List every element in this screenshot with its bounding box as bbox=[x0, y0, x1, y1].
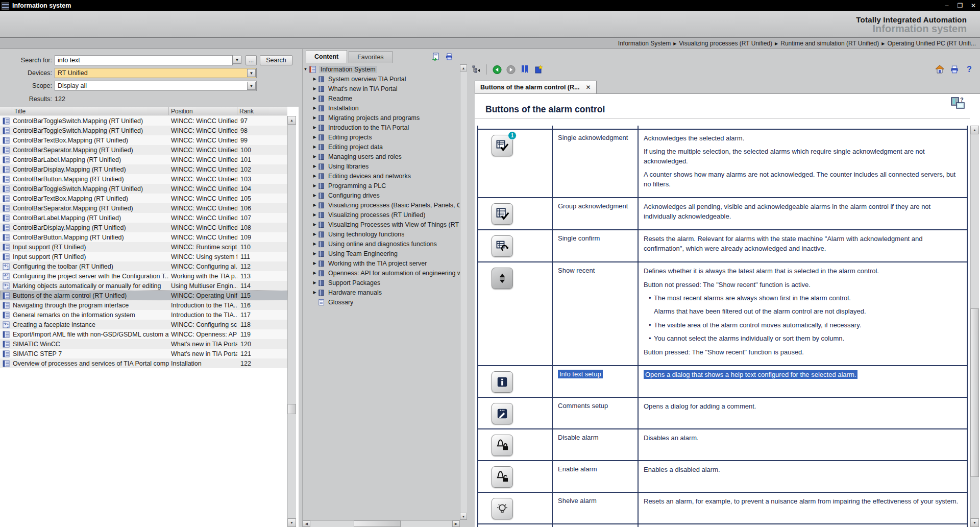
contextual-help-icon[interactable]: ? bbox=[950, 97, 966, 110]
search-result-row[interactable]: ControlBarToggleSwitch.Mapping (RT Unifi… bbox=[0, 126, 287, 135]
help-icon[interactable]: ? bbox=[965, 65, 974, 74]
single-confirm-button[interactable] bbox=[492, 235, 513, 257]
content-scroll-down-icon[interactable]: ▼ bbox=[970, 518, 979, 527]
tree-scrollbar[interactable] bbox=[460, 64, 467, 520]
position-column-header[interactable]: Position bbox=[169, 107, 237, 115]
close-button[interactable]: ✕ bbox=[967, 0, 980, 11]
search-result-row[interactable]: 1.2.Configuring the toolbar (RT Unified)… bbox=[0, 261, 287, 271]
expand-arrow-icon[interactable]: ▶ bbox=[312, 212, 317, 217]
search-result-row[interactable]: ControlBarDisplay.Mapping (RT Unified)WI… bbox=[0, 223, 287, 232]
search-result-row[interactable]: Input support (RT Unified)WINCC: Using s… bbox=[0, 252, 287, 261]
enable-alarm-button[interactable] bbox=[492, 466, 513, 488]
tree-item[interactable]: ▶Using online and diagnostics functions bbox=[312, 239, 460, 249]
rank-column-header[interactable]: Rank bbox=[237, 107, 287, 115]
expand-arrow-icon[interactable]: ▶ bbox=[312, 135, 317, 139]
results-scrollbar[interactable] bbox=[287, 116, 296, 527]
search-result-row[interactable]: Export/Import AML file with non-GSD/GSDM… bbox=[0, 329, 287, 339]
search-result-row[interactable]: ControlBarButton.Mapping (RT Unified)WIN… bbox=[0, 174, 287, 184]
tree-item[interactable]: ▶Using technology functions bbox=[312, 229, 460, 239]
expand-arrow-icon[interactable]: ▶ bbox=[312, 280, 317, 285]
tree-item[interactable]: ▶Openness: API for automation of enginee… bbox=[312, 268, 460, 278]
tab-close-icon[interactable]: ✕ bbox=[585, 84, 591, 91]
home-icon[interactable] bbox=[935, 65, 944, 74]
results-scroll-down-icon[interactable]: ▼ bbox=[287, 518, 296, 527]
tree-item[interactable]: ▶Editing projects bbox=[312, 132, 460, 142]
tree-item[interactable]: ▶Hardware manuals bbox=[312, 288, 460, 297]
results-scroll-thumb[interactable] bbox=[287, 404, 296, 414]
content-scroll-up-icon[interactable]: ▲ bbox=[970, 126, 979, 134]
expand-arrow-icon[interactable]: ▶ bbox=[312, 242, 317, 246]
content-scroll-thumb[interactable] bbox=[970, 308, 979, 477]
expand-arrow-icon[interactable]: ▶ bbox=[312, 232, 317, 236]
tab-favorites[interactable]: Favorites bbox=[349, 51, 392, 63]
expand-arrow-icon[interactable]: ▶ bbox=[312, 154, 317, 159]
forward-icon[interactable] bbox=[506, 65, 516, 74]
breadcrumb-link[interactable]: Information System bbox=[618, 40, 671, 47]
tree-item[interactable]: ▶Programming a PLC bbox=[312, 181, 460, 190]
shelve-alarm-button[interactable] bbox=[492, 498, 513, 519]
search-result-row[interactable]: ControlBarToggleSwitch.Mapping (RT Unifi… bbox=[0, 184, 287, 194]
search-result-row[interactable]: ControlBarLabel.Mapping (RT Unified)WINC… bbox=[0, 213, 287, 223]
tree-item[interactable]: ▶Visualizing processes (Basic Panels, Pa… bbox=[312, 200, 460, 210]
search-result-row[interactable]: ControlBarToggleSwitch.Mapping (RT Unifi… bbox=[0, 116, 287, 126]
search-result-row[interactable]: ControlBarLabel.Mapping (RT Unified)WINC… bbox=[0, 155, 287, 164]
expand-arrow-icon[interactable]: ▶ bbox=[312, 203, 317, 207]
scope-select[interactable]: Display all ▼ bbox=[55, 81, 257, 91]
expand-arrow-icon[interactable]: ▶ bbox=[312, 183, 317, 188]
expand-arrow-icon[interactable]: ▶ bbox=[312, 222, 317, 227]
tree-item[interactable]: ▶What's new in TIA Portal bbox=[312, 84, 460, 93]
tab-content[interactable]: Content bbox=[306, 50, 347, 63]
search-button[interactable]: Search bbox=[260, 55, 292, 65]
tree-item[interactable]: ▶Editing project data bbox=[312, 142, 460, 152]
tree-item[interactable]: ▶System overview TIA Portal bbox=[312, 74, 460, 84]
tree-item[interactable]: ▶Readme bbox=[312, 93, 460, 103]
tree-scroll-down-icon[interactable]: ▼ bbox=[460, 513, 467, 520]
add-bookmark-icon[interactable] bbox=[534, 65, 543, 74]
more-search-options-button[interactable]: ... bbox=[246, 55, 257, 65]
search-result-row[interactable]: General remarks on the information syste… bbox=[0, 310, 287, 320]
search-result-row[interactable]: Navigating through the program interface… bbox=[0, 300, 287, 310]
search-result-row[interactable]: 1.2.Creating a faceplate instanceWINCC: … bbox=[0, 320, 287, 329]
back-icon[interactable] bbox=[493, 65, 502, 74]
breadcrumb-link[interactable]: Visualizing processes (RT Unified) bbox=[679, 40, 772, 47]
expand-arrow-icon[interactable]: ▶ bbox=[312, 106, 317, 110]
group-acknowledgment-button[interactable] bbox=[492, 203, 513, 225]
tree-item[interactable]: ▶Using Team Engineering bbox=[312, 249, 460, 258]
print-icon[interactable] bbox=[445, 52, 454, 61]
devices-dropdown-arrow[interactable]: ▼ bbox=[247, 69, 256, 77]
tree-scroll-right-icon[interactable]: ▶ bbox=[452, 520, 460, 527]
tree-item[interactable]: ▶Configuring drives bbox=[312, 190, 460, 200]
expand-arrow-icon[interactable]: ▶ bbox=[312, 271, 317, 275]
tree-item[interactable]: Glossary bbox=[312, 297, 460, 307]
bookmarks-icon[interactable] bbox=[520, 65, 529, 74]
comments-setup-button[interactable] bbox=[492, 403, 513, 424]
search-result-row[interactable]: ControlBarTextBox.Mapping (RT Unified)WI… bbox=[0, 194, 287, 203]
disable-alarm-button[interactable] bbox=[492, 435, 513, 456]
tree-scroll-left-icon[interactable]: ◀ bbox=[303, 520, 310, 527]
scope-dropdown-arrow[interactable]: ▼ bbox=[247, 82, 256, 90]
search-result-row[interactable]: ControlBarSeparator.Mapping (RT Unified)… bbox=[0, 145, 287, 155]
search-result-row[interactable]: SIMATIC STEP 7What's new in TIA Portal12… bbox=[0, 349, 287, 358]
expand-arrow-icon[interactable]: ▶ bbox=[312, 145, 317, 149]
tree-item[interactable]: ▶Migrating projects and programs bbox=[312, 113, 460, 123]
single-acknowledgment-button[interactable]: 1 bbox=[492, 135, 513, 156]
results-scroll-up-icon[interactable]: ▲ bbox=[287, 116, 296, 125]
title-column-header[interactable]: Title bbox=[12, 107, 169, 115]
expand-arrow-icon[interactable]: ▶ bbox=[312, 86, 317, 91]
sync-contents-icon[interactable] bbox=[472, 65, 481, 74]
search-dropdown-arrow[interactable]: ▼ bbox=[233, 56, 241, 64]
help-doc-tab[interactable]: Buttons of the alarm control (R... ✕ bbox=[475, 81, 597, 93]
tree-item[interactable]: ▶Installation bbox=[312, 103, 460, 113]
tree-item[interactable]: ▶Visualizing Processes with View of Thin… bbox=[312, 220, 460, 229]
tree-item-root[interactable]: ▼Information System bbox=[303, 64, 460, 74]
tree-item[interactable]: ▶Managing users and roles bbox=[312, 152, 460, 161]
tree-item[interactable]: ▶Visualizing processes (RT Unified) bbox=[312, 210, 460, 220]
info-text-setup-button[interactable] bbox=[492, 371, 513, 393]
breadcrumb-link[interactable]: Runtime and simulation (RT Unified) bbox=[780, 40, 879, 47]
breadcrumb-link[interactable]: Operating Unified PC (RT Unifi... bbox=[887, 40, 976, 47]
collapse-arrow-icon[interactable]: ▼ bbox=[303, 67, 308, 71]
search-input[interactable] bbox=[55, 55, 233, 65]
search-result-row[interactable]: SIMATIC WinCCWhat's new in TIA Portal120 bbox=[0, 339, 287, 349]
tree-item[interactable]: ▶Using libraries bbox=[312, 161, 460, 171]
expand-arrow-icon[interactable]: ▶ bbox=[312, 164, 317, 169]
